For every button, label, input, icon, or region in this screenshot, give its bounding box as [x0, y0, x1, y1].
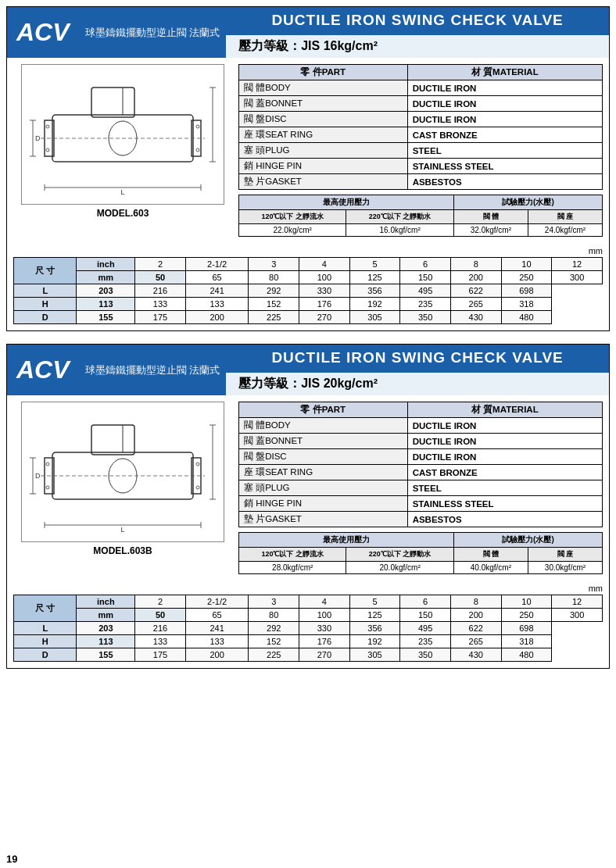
dim-mm-value: 80 [249, 609, 299, 622]
dim-inch-value: 12 [552, 595, 603, 609]
dim-mm-label: mm [77, 271, 135, 284]
pressure-sub-header: 閥 體 [453, 548, 528, 562]
part-name: 塞 頭PLUG [239, 143, 408, 159]
dim-mm-value: 250 [501, 609, 552, 622]
dim-section-2: mm 尺 寸inch22-1/2345681012mm5065801001251… [7, 580, 609, 668]
dim-mm-label: mm [77, 609, 135, 622]
dim-mm-value: 125 [349, 609, 400, 622]
pressure-value: 16.0kgf/cm² [346, 224, 453, 237]
dim-cell: 175 [135, 311, 186, 324]
svg-rect-3 [91, 88, 134, 117]
svg-text:L: L [120, 188, 124, 196]
title-sub-2: 壓力等級：JIS 20kg/cm² [226, 371, 609, 395]
diagram-area-2: L H D MODEL.603B [13, 402, 232, 574]
part-name: 銷 HINGE PIN [239, 159, 408, 174]
diagram-box-1: L H D [21, 64, 224, 205]
dim-cell: 622 [450, 622, 501, 635]
diagram-area-1: L H D MODEL.603 [13, 64, 232, 237]
section-2: ACV 球墨鑄鐵擺動型逆止閥 法蘭式 DUCTILE IRON SWING CH… [6, 344, 610, 669]
svg-point-22 [196, 148, 199, 152]
dim-cell: 622 [450, 284, 501, 298]
dim-cell: 176 [299, 635, 350, 648]
dim-inch-value: 6 [400, 595, 451, 609]
pressure-col1-header-1: 最高使用壓力 [239, 195, 454, 210]
dim-inch-value: 10 [501, 595, 552, 609]
dim-mm-value: 200 [450, 609, 501, 622]
dim-mm-value: 50 [135, 609, 186, 622]
dim-cell: 225 [249, 648, 299, 662]
dim-cell: 192 [349, 298, 400, 311]
part-material: DUCTILE IRON [407, 418, 602, 434]
dim-mm-value: 300 [552, 609, 603, 622]
dim-mm-value: 65 [185, 271, 249, 284]
parts-table-1: 零 件PART 材 質MATERIAL 閥 體BODYDUCTILE IRON閥… [238, 64, 603, 190]
dim-cell: 356 [349, 284, 400, 298]
dim-inch-value: 5 [349, 258, 400, 271]
dim-cell: 113 [77, 635, 135, 648]
dim-cell: 235 [400, 298, 451, 311]
dim-cell: 430 [450, 311, 501, 324]
dim-cell: 430 [450, 648, 501, 662]
dim-cell: 155 [77, 648, 135, 662]
part-name: 閥 蓋BONNET [239, 434, 408, 449]
dim-cell: 152 [249, 635, 299, 648]
header-bar-2: ACV 球墨鑄鐵擺動型逆止閥 法蘭式 DUCTILE IRON SWING CH… [7, 345, 609, 395]
dim-cell: 292 [249, 284, 299, 298]
dim-table-2: 尺 寸inch22-1/2345681012mm5065801001251502… [13, 595, 603, 662]
pressure-value: 30.0kgf/cm² [528, 562, 602, 574]
title-right-2: DUCTILE IRON SWING CHECK VALVE 壓力等級：JIS … [226, 345, 609, 395]
part-name: 塞 頭PLUG [239, 480, 408, 496]
dim-row-label: L [14, 622, 77, 635]
svg-point-44 [196, 463, 199, 466]
pressure-sub-header: 閥 座 [528, 548, 602, 562]
pressure-sub-header: 閥 座 [528, 210, 602, 224]
dim-cell: 350 [400, 648, 451, 662]
part-material: CAST BRONZE [407, 127, 602, 143]
pressure-col1-header-2: 最高使用壓力 [239, 533, 454, 548]
dim-row-label: H [14, 298, 77, 311]
dim-cell: 133 [135, 298, 186, 311]
dim-size-label: 尺 寸 [14, 258, 77, 284]
dim-mm-value: 300 [552, 271, 603, 284]
svg-point-20 [46, 148, 49, 152]
dim-cell: 265 [450, 298, 501, 311]
dim-cell: 241 [185, 284, 249, 298]
pressure-value: 40.0kgf/cm² [453, 562, 528, 574]
part-name: 座 環SEAT RING [239, 127, 408, 143]
pressure-value: 28.0kgf/cm² [239, 562, 346, 574]
pressure-value: 24.0kgf/cm² [528, 224, 602, 237]
pressure-sub-header: 220℃以下 之靜動水 [346, 548, 453, 562]
parts-table-2: 零 件PART 材 質MATERIAL 閥 體BODYDUCTILE IRON閥… [238, 402, 603, 527]
dim-mm-value: 65 [185, 609, 249, 622]
dim-cell: 495 [400, 284, 451, 298]
dim-inch-value: 3 [249, 258, 299, 271]
dim-cell: 133 [135, 635, 186, 648]
dim-cell: 318 [501, 298, 552, 311]
mm-label-2: mm [13, 584, 603, 593]
part-material: ASBESTOS [407, 174, 602, 190]
pressure-sub-header: 閥 體 [453, 210, 528, 224]
part-material: CAST BRONZE [407, 465, 602, 480]
dim-cell: 698 [501, 622, 552, 635]
dim-row-label: L [14, 284, 77, 298]
part-name: 閥 盤DISC [239, 112, 408, 127]
dim-cell: 305 [349, 648, 400, 662]
svg-point-21 [196, 125, 199, 128]
content-area-2: L H D MODEL.603B [7, 395, 609, 580]
dim-cell: 265 [450, 635, 501, 648]
dim-inch-value: 2-1/2 [185, 258, 249, 271]
part-material: DUCTILE IRON [407, 80, 602, 96]
dim-size-label: 尺 寸 [14, 595, 77, 622]
dim-cell: 216 [135, 622, 186, 635]
dim-cell: 225 [249, 311, 299, 324]
dim-mm-value: 200 [450, 271, 501, 284]
dim-cell: 292 [249, 622, 299, 635]
dim-cell: 495 [400, 622, 451, 635]
dim-mm-value: 125 [349, 271, 400, 284]
dim-cell: 200 [185, 648, 249, 662]
title-right-1: DUCTILE IRON SWING CHECK VALVE 壓力等級：JIS … [226, 7, 609, 58]
dim-inch-value: 4 [299, 595, 350, 609]
pressure-value: 22.0kg/cm² [239, 224, 346, 237]
dim-inch-value: 8 [450, 595, 501, 609]
dim-cell: 152 [249, 298, 299, 311]
